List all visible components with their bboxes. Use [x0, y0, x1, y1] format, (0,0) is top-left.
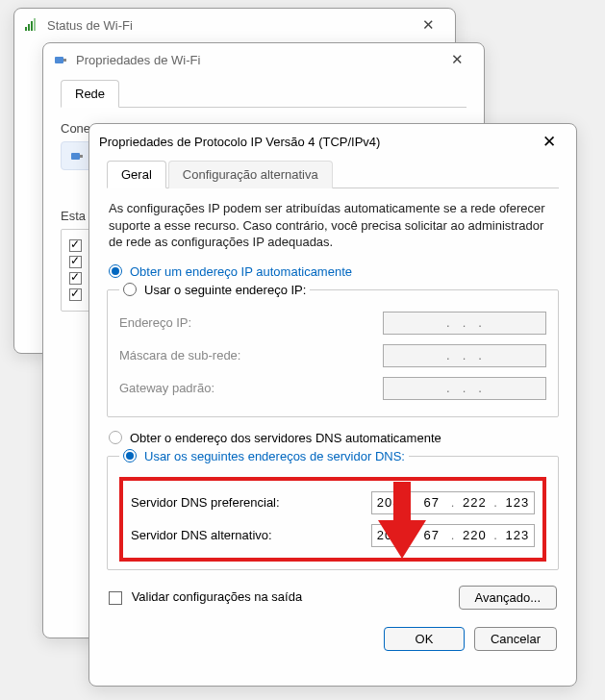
svg-rect-4 — [55, 57, 63, 63]
checkbox-icon — [109, 591, 122, 605]
label-subnet-mask: Máscara de sub-rede: — [119, 348, 240, 362]
radio-icon[interactable] — [123, 283, 137, 296]
radio-dns-manual[interactable]: Usar os seguintes endereços de servidor … — [144, 449, 405, 463]
svg-rect-3 — [34, 18, 36, 31]
window-title: Status de Wi-Fi — [47, 18, 411, 33]
svg-rect-6 — [71, 153, 80, 160]
label-dns-pref: Servidor DNS preferencial: — [131, 495, 280, 510]
titlebar: Propriedades de Wi-Fi ✕ — [43, 43, 484, 76]
label-dns-alt: Servidor DNS alternativo: — [131, 528, 272, 542]
titlebar: Propriedades de Protocolo IP Versão 4 (T… — [89, 124, 576, 159]
validate-label: Validar configurações na saída — [132, 589, 303, 604]
ipv4-properties-dialog: Propriedades de Protocolo IP Versão 4 (T… — [88, 123, 577, 687]
adapter-icon — [53, 52, 68, 67]
radio-dns-auto[interactable]: Obter o endereço dos servidores DNS auto… — [107, 427, 559, 449]
checkbox-icon — [69, 256, 82, 268]
svg-rect-5 — [63, 59, 66, 62]
ok-button[interactable]: OK — [384, 627, 465, 651]
cancel-button[interactable]: Cancelar — [474, 627, 557, 651]
checkbox-icon — [69, 288, 82, 301]
validate-on-exit-checkbox[interactable]: Validar configurações na saída — [109, 589, 302, 605]
tab-rede[interactable]: Rede — [61, 80, 119, 108]
radio-label: Obter o endereço dos servidores DNS auto… — [130, 431, 441, 445]
close-icon[interactable]: ✕ — [440, 46, 474, 73]
input-ip-address: ... — [383, 312, 546, 335]
tabstrip: Rede — [61, 80, 466, 108]
advanced-button[interactable]: Avançado... — [459, 586, 557, 610]
label-ip-address: Endereço IP: — [119, 315, 191, 330]
radio-icon — [109, 264, 122, 278]
input-dns-pref[interactable]: 208. 67. 222. 123 — [371, 491, 535, 514]
wifi-signal-icon — [24, 17, 39, 33]
svg-rect-2 — [31, 21, 33, 31]
radio-icon[interactable] — [123, 449, 137, 462]
tabstrip: Geral Configuração alternativa — [107, 161, 559, 188]
input-subnet-mask: ... — [383, 344, 546, 367]
adapter-icon — [69, 148, 85, 163]
svg-rect-0 — [25, 27, 27, 31]
window-title: Propriedades de Wi-Fi — [76, 53, 440, 67]
radio-label: Obter um endereço IP automaticamente — [130, 264, 352, 279]
tab-general[interactable]: Geral — [107, 161, 166, 188]
input-dns-alt[interactable]: 208. 67. 220. 123 — [371, 524, 535, 547]
dns-highlight-box: Servidor DNS preferencial: 208. 67. 222.… — [119, 477, 546, 562]
svg-rect-1 — [28, 24, 30, 31]
label-gateway: Gateway padrão: — [119, 381, 214, 395]
dns-manual-group: Usar os seguintes endereços de servidor … — [107, 449, 559, 570]
input-gateway: ... — [383, 377, 546, 400]
titlebar: Status de Wi-Fi ✕ — [14, 9, 455, 41]
svg-rect-7 — [80, 155, 83, 158]
dialog-title: Propriedades de Protocolo IP Versão 4 (T… — [99, 135, 532, 149]
close-icon[interactable]: ✕ — [532, 128, 567, 155]
radio-ip-auto[interactable]: Obter um endereço IP automaticamente — [107, 261, 559, 283]
ip-manual-group: Usar o seguinte endereço IP: Endereço IP… — [107, 283, 559, 417]
description-text: As configurações IP podem ser atribuídas… — [107, 188, 559, 261]
radio-ip-manual[interactable]: Usar o seguinte endereço IP: — [144, 283, 306, 297]
close-icon[interactable]: ✕ — [411, 12, 445, 38]
tab-alt-config[interactable]: Configuração alternativa — [168, 161, 333, 188]
radio-icon — [109, 431, 122, 444]
checkbox-icon — [69, 272, 82, 285]
checkbox-icon — [69, 239, 82, 252]
